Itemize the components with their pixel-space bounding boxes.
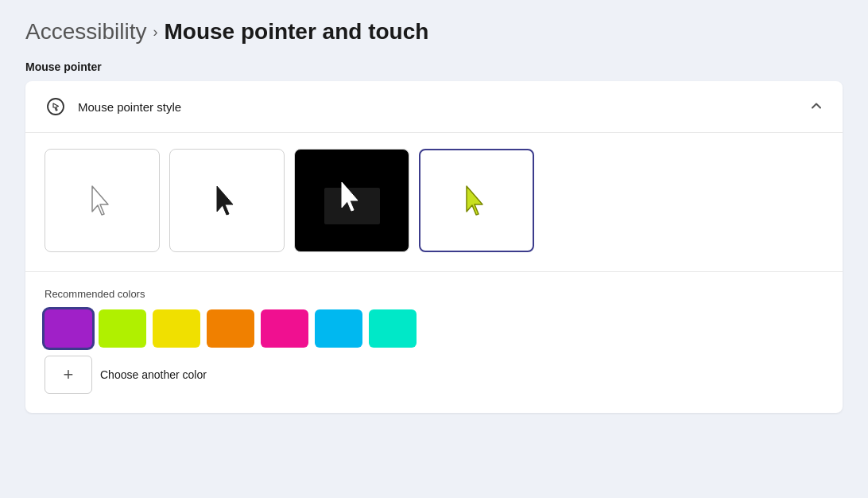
breadcrumb-separator: › [153,24,157,41]
color-swatch-pink[interactable] [261,309,308,348]
color-swatch-cyan[interactable] [315,309,362,348]
pointer-option-inverted[interactable] [294,149,409,252]
mouse-pointer-style-card: Mouse pointer style [25,81,843,413]
breadcrumb: Accessibility › Mouse pointer and touch [25,19,843,45]
color-swatch-yellow[interactable] [153,309,200,348]
breadcrumb-parent-link[interactable]: Accessibility [25,19,146,45]
color-swatch-lime[interactable] [99,309,146,348]
pointer-option-white[interactable] [45,149,160,252]
svg-point-0 [48,99,64,115]
card-header-title: Mouse pointer style [78,100,181,114]
color-swatch-orange[interactable] [207,309,254,348]
mouse-pointer-style-icon [45,95,67,118]
mouse-pointer-section-label: Mouse pointer [25,60,843,73]
page-container: Accessibility › Mouse pointer and touch … [0,0,868,432]
plus-icon-box: + [45,356,92,394]
color-swatches [45,309,823,348]
pointer-option-black[interactable] [169,149,285,252]
pointer-option-custom[interactable] [419,149,534,252]
choose-another-color-button[interactable]: + Choose another color [45,356,207,394]
plus-icon: + [64,366,74,383]
card-header-left: Mouse pointer style [45,95,181,118]
recommended-colors-label: Recommended colors [45,288,823,300]
breadcrumb-current: Mouse pointer and touch [164,19,428,45]
card-header[interactable]: Mouse pointer style [25,81,843,133]
color-swatch-mint[interactable] [369,309,417,348]
color-swatch-purple[interactable] [45,309,92,348]
colors-section: Recommended colors + Choose another colo… [25,272,843,413]
chevron-up-icon[interactable] [809,99,823,115]
pointer-styles-row [25,133,843,272]
choose-another-color-label: Choose another color [100,368,207,381]
